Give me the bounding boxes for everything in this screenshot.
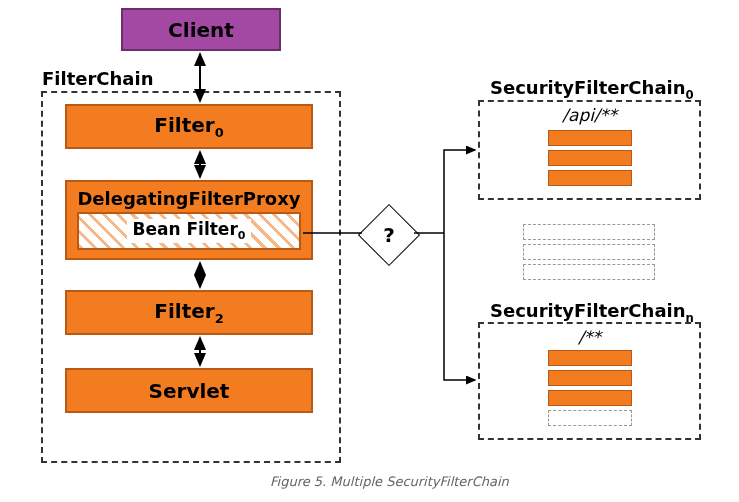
sfcn-label: SecurityFilterChainn xyxy=(490,300,694,325)
figure-caption: Figure 5. Multiple SecurityFilterChain xyxy=(270,474,509,489)
client-label: Client xyxy=(168,18,234,42)
mid-bar-1 xyxy=(523,224,655,240)
filter-0-label: Filter0 xyxy=(154,113,223,140)
client-box: Client xyxy=(121,8,281,51)
bean-filter-box: Bean Filter0 xyxy=(77,212,301,250)
sfc0-bar-3 xyxy=(548,170,632,186)
decision-label: ? xyxy=(367,213,411,257)
servlet-box: Servlet xyxy=(65,368,313,413)
servlet-label: Servlet xyxy=(149,379,230,403)
diagram-canvas: Client FilterChain Filter0 DelegatingFil… xyxy=(0,0,739,502)
mid-bar-2 xyxy=(523,244,655,260)
sfc0-bar-1 xyxy=(548,130,632,146)
delegating-filter-proxy-label: DelegatingFilterProxy xyxy=(77,188,300,209)
sfcn-bar-3 xyxy=(548,390,632,406)
filter-0-box: Filter0 xyxy=(65,104,313,149)
sfc0-pattern: /api/** xyxy=(478,105,701,125)
filter-2-box: Filter2 xyxy=(65,290,313,335)
filter-2-label: Filter2 xyxy=(154,299,223,326)
sfc0-label: SecurityFilterChain0 xyxy=(490,77,694,102)
sfcn-bar-1 xyxy=(548,350,632,366)
sfcn-pattern: /** xyxy=(478,327,701,347)
filterchain-label: FilterChain xyxy=(42,68,153,89)
mid-bar-3 xyxy=(523,264,655,280)
sfcn-bar-4 xyxy=(548,410,632,426)
sfcn-bar-2 xyxy=(548,370,632,386)
bean-filter-label: Bean Filter0 xyxy=(127,219,252,242)
decision-diamond: ? xyxy=(367,213,411,257)
sfc0-bar-2 xyxy=(548,150,632,166)
